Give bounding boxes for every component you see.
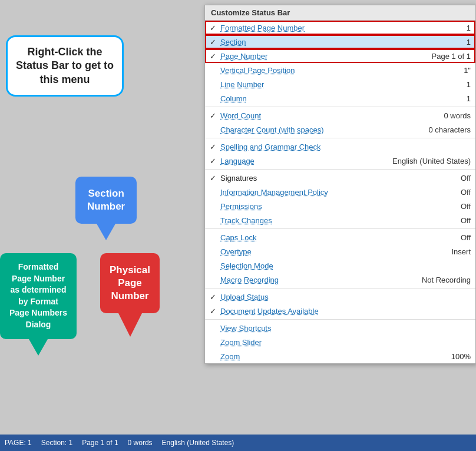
status-section[interactable]: Section: 1 [41, 439, 72, 447]
formatted-bubble: Formatted Page Number as determined by F… [0, 253, 77, 356]
menu-item-label: Section [220, 38, 467, 47]
menu-item-label: Line Number [220, 80, 467, 89]
menu-item-value: 0 words [444, 111, 471, 120]
menu-item-label: Caps Lock [220, 233, 461, 242]
menu-item-label: View Shortcuts [220, 324, 471, 333]
status-bar: PAGE: 1 Section: 1 Page 1 of 1 0 words E… [0, 435, 476, 451]
menu-item-value: Off [461, 233, 471, 242]
status-language[interactable]: English (United States) [162, 439, 234, 447]
menu-item-overtype[interactable]: OvertypeInsert [205, 244, 475, 258]
section-line2: Number [87, 201, 125, 212]
menu-item-formatted-page-number[interactable]: ✓Formatted Page Number1 [205, 21, 475, 35]
menu-item-value: 1" [464, 66, 471, 75]
menu-item-value: 100% [451, 352, 471, 361]
menu-item-language[interactable]: ✓LanguageEnglish (United States) [205, 154, 475, 168]
menu-item-spelling-and-grammar-check[interactable]: ✓Spelling and Grammar Check [205, 140, 475, 154]
menu-item-value: 1 [467, 38, 471, 47]
instruction-bubble: Right-Click the Status Bar to get to thi… [6, 35, 124, 97]
menu-item-label: Permissions [220, 202, 461, 211]
menu-item-upload-status[interactable]: ✓Upload Status [205, 290, 475, 304]
menu-item-label: Zoom [220, 352, 451, 361]
physical-bubble-box: Physical Page Number [100, 253, 160, 313]
menu-item-value: Off [461, 216, 471, 225]
menu-item-signatures[interactable]: ✓SignaturesOff [205, 171, 475, 185]
menu-item-label: Word Count [220, 111, 444, 120]
formatted-bubble-tail [29, 339, 48, 356]
menu-item-value: Page 1 of 1 [432, 52, 471, 61]
menu-item-view-shortcuts[interactable]: View Shortcuts [205, 321, 475, 335]
physical-bubble-tail [118, 313, 142, 337]
menu-item-selection-mode[interactable]: Selection Mode [205, 258, 475, 273]
status-page-of[interactable]: Page 1 of 1 [82, 439, 118, 447]
menu-item-label: Upload Status [220, 293, 471, 301]
menu-item-label: Column [220, 94, 467, 103]
section-line1: Section [88, 188, 124, 199]
checkmark-icon: ✓ [210, 38, 220, 47]
menu-item-zoom-slider[interactable]: Zoom Slider [205, 335, 475, 349]
menu-item-label: Formatted Page Number [220, 24, 467, 32]
menu-item-value: Off [461, 188, 471, 197]
menu-item-section[interactable]: ✓Section1 [205, 35, 475, 49]
menu-separator-17 [205, 228, 475, 229]
menu-item-information-management-policy[interactable]: Information Management PolicyOff [205, 185, 475, 199]
menu-item-label: Selection Mode [220, 261, 471, 270]
physical-bubble: Physical Page Number [100, 253, 160, 337]
menu-item-value: 0 characters [428, 125, 471, 134]
menu-item-label: Signatures [220, 174, 461, 183]
menu-item-label: Vertical Page Position [220, 66, 464, 75]
menu-item-value: 1 [467, 94, 471, 103]
menu-item-value: Off [461, 202, 471, 211]
dropdown-title: Customize Status Bar [205, 5, 475, 21]
menu-item-line-number[interactable]: Line Number1 [205, 77, 475, 91]
menu-item-label: Overtype [220, 247, 451, 256]
menu-item-label: Document Updates Available [220, 307, 471, 316]
menu-item-label: Zoom Slider [220, 338, 471, 347]
section-bubble-tail [97, 224, 115, 240]
checkmark-icon: ✓ [210, 293, 220, 301]
left-panel: Right-Click the Status Bar to get to thi… [0, 0, 200, 451]
menu-item-caps-lock[interactable]: Caps LockOff [205, 230, 475, 244]
formatted-text: Formatted Page Number as determined by F… [9, 262, 67, 329]
menu-item-word-count[interactable]: ✓Word Count0 words [205, 108, 475, 122]
checkmark-icon: ✓ [210, 157, 220, 165]
status-words[interactable]: 0 words [128, 439, 153, 447]
physical-line3: Number [111, 290, 148, 301]
menu-item-label: Page Number [220, 52, 432, 61]
menu-item-macro-recording[interactable]: Macro RecordingNot Recording [205, 273, 475, 287]
checkmark-icon: ✓ [210, 24, 220, 32]
status-page[interactable]: PAGE: 1 [5, 439, 32, 447]
menu-item-value: 1 [467, 24, 471, 32]
menu-item-page-number[interactable]: ✓Page NumberPage 1 of 1 [205, 49, 475, 63]
menu-separator-22 [205, 288, 475, 288]
menu-item-value: English (United States) [392, 157, 471, 165]
checkmark-icon: ✓ [210, 174, 220, 183]
menu-item-document-updates-available[interactable]: ✓Document Updates Available [205, 304, 475, 318]
menu-separator-12 [205, 169, 475, 170]
checkmark-icon: ✓ [210, 52, 220, 61]
menu-item-value: 1 [467, 80, 471, 89]
menu-item-character-count-(with-spaces)[interactable]: Character Count (with spaces)0 character… [205, 122, 475, 137]
menu-item-permissions[interactable]: PermissionsOff [205, 199, 475, 213]
menu-item-vertical-page-position[interactable]: Vertical Page Position1" [205, 63, 475, 77]
menu-item-value: Not Recording [422, 276, 471, 284]
formatted-bubble-box: Formatted Page Number as determined by F… [0, 253, 77, 339]
checkmark-icon: ✓ [210, 142, 220, 151]
menu-item-label: Language [220, 157, 392, 165]
physical-line1: Physical [110, 264, 150, 276]
menu-item-value: Insert [451, 247, 471, 256]
physical-line2: Page [118, 277, 142, 288]
menu-item-label: Track Changes [220, 216, 461, 225]
menu-item-track-changes[interactable]: Track ChangesOff [205, 213, 475, 227]
menu-separator-6 [205, 107, 475, 107]
menu-separator-25 [205, 319, 475, 320]
section-bubble: Section Number [75, 177, 137, 240]
menu-item-column[interactable]: Column1 [205, 91, 475, 105]
menu-item-label: Character Count (with spaces) [220, 125, 428, 134]
menu-item-zoom[interactable]: Zoom100% [205, 349, 475, 363]
menu-item-label: Information Management Policy [220, 188, 461, 197]
customize-status-bar-menu: Customize Status Bar ✓Formatted Page Num… [204, 5, 476, 364]
menu-separator-9 [205, 138, 475, 138]
section-bubble-box: Section Number [75, 177, 137, 224]
checkmark-icon: ✓ [210, 111, 220, 120]
menu-item-label: Spelling and Grammar Check [220, 142, 471, 151]
